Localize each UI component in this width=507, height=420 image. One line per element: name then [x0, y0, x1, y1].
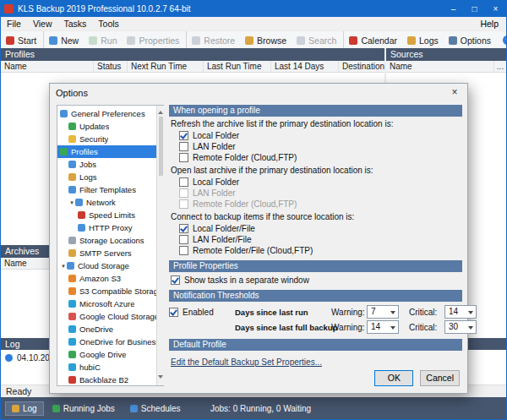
menu-item-help[interactable]: Help — [472, 19, 506, 29]
toolbar-button[interactable]: Browse — [240, 31, 292, 49]
tree-item[interactable]: Logs — [57, 171, 163, 183]
tree-item[interactable]: OneDrive for Business — [57, 335, 163, 348]
tree-item[interactable]: OneDrive — [57, 323, 163, 335]
checkbox-label: Enabled — [183, 308, 214, 317]
checkbox-row[interactable]: LAN Folder/File — [179, 234, 462, 245]
checkbox[interactable] — [179, 224, 188, 233]
tree-item[interactable]: Microsoft Azure — [57, 297, 163, 310]
help-button[interactable]: ? Help — [496, 35, 507, 46]
cancel-button[interactable]: Cancel — [420, 370, 460, 386]
toolbar-button[interactable]: Run — [84, 31, 122, 49]
tree-item-label: Network — [86, 198, 116, 207]
checkbox-row[interactable]: Local Folder — [179, 130, 462, 141]
scrollbar-thumb[interactable] — [159, 117, 163, 176]
toolbar-button[interactable]: Start — [1, 31, 41, 49]
checkbox[interactable] — [179, 199, 188, 209]
toolbar-button[interactable]: Restore — [186, 31, 240, 49]
tree-item-label: S3 Compatible Storage — [79, 286, 162, 296]
tree-expander-icon[interactable]: ▾ — [68, 199, 75, 206]
ok-button[interactable]: OK — [374, 370, 413, 386]
checkbox-row[interactable]: Remote Folder (Cloud,FTP) — [179, 152, 462, 163]
tree-item[interactable]: Speed Limits — [57, 209, 163, 221]
checkbox-row[interactable]: Remote Folder (Cloud,FTP) — [179, 199, 462, 210]
critical-days-combo[interactable]: 14 — [444, 305, 477, 319]
toolbar-button[interactable]: Logs — [402, 31, 444, 49]
checkbox[interactable] — [179, 142, 188, 151]
toolbar-button[interactable]: Search — [292, 31, 341, 49]
tree-item[interactable]: S3 Compatible Storage — [57, 285, 163, 297]
logs-icon — [407, 36, 416, 45]
default-profile-link[interactable]: Edit the Default Backup Set Properties..… — [171, 357, 322, 367]
amazon-s3-icon — [68, 275, 76, 282]
toolbar-button[interactable]: New — [43, 31, 84, 49]
bottom-tab[interactable]: Log — [5, 401, 44, 416]
column-header[interactable]: Last Run Time — [204, 61, 271, 72]
group-label: Refresh the archive list if the primary … — [171, 119, 462, 128]
tree-item[interactable]: HTTP Proxy — [57, 221, 163, 234]
scroll-down-icon[interactable] — [158, 375, 163, 381]
dialog-title: Options — [50, 88, 442, 98]
enabled-checkbox-row[interactable]: Enabled — [169, 307, 214, 318]
checkbox[interactable] — [171, 275, 180, 285]
tree-expander-icon[interactable]: ▾ — [60, 263, 67, 270]
tree-item-label: Google Cloud Storage — [79, 312, 159, 321]
close-icon[interactable]: × — [485, 1, 506, 17]
column-header[interactable]: Name — [1, 61, 94, 72]
tree-item[interactable]: Updates — [57, 120, 163, 133]
tree-item[interactable]: SMTP Servers — [57, 247, 163, 259]
checkbox-row[interactable]: Show tasks in a separate window — [171, 275, 462, 286]
menu-item[interactable]: Tasks — [58, 19, 93, 29]
column-header[interactable]: Last 14 Days — [271, 61, 339, 72]
bottom-tab[interactable]: Schedules — [123, 401, 188, 416]
checkbox[interactable] — [179, 235, 188, 244]
profiles-column-headers: Name Status Next Run Time Last Run Time … — [1, 61, 384, 73]
tree-item[interactable]: Filter Templates — [57, 183, 163, 196]
tree-item[interactable]: Backblaze B2 — [57, 374, 163, 386]
toolbar-button[interactable]: Options — [444, 31, 496, 49]
tree-item-label: OneDrive for Business — [79, 337, 160, 346]
checkbox[interactable] — [169, 308, 178, 317]
tree-item[interactable]: ▾ Cloud Storage — [57, 259, 163, 272]
warning-days-combo[interactable]: 14 — [367, 320, 399, 334]
checkbox-row[interactable]: LAN Folder — [179, 188, 462, 199]
checkbox[interactable] — [179, 153, 188, 162]
maximize-icon[interactable]: □ — [464, 1, 485, 17]
checkbox-row[interactable]: Local Folder — [179, 177, 462, 188]
column-header[interactable]: Name — [386, 61, 494, 72]
checkbox-row[interactable]: LAN Folder — [179, 141, 462, 152]
tree-item[interactable]: hubiC — [57, 361, 163, 374]
tree-item[interactable]: ▾ Network — [57, 196, 163, 209]
warning-days-combo[interactable]: 7 — [367, 305, 399, 319]
tree-item[interactable]: Google Drive — [57, 348, 163, 361]
checkbox-row[interactable]: Remote Folder/File (Cloud,FTP) — [179, 245, 462, 256]
scroll-up-icon[interactable] — [158, 108, 163, 114]
bottom-tab[interactable]: Running Jobs — [46, 401, 122, 416]
checkbox-row[interactable]: Local Folder/File — [179, 223, 462, 234]
dialog-title-bar: Options × — [50, 84, 467, 101]
checkbox[interactable] — [179, 131, 188, 140]
menu-item[interactable]: View — [27, 19, 58, 29]
column-header[interactable]: Status — [94, 61, 128, 72]
checkbox-label: Remote Folder (Cloud,FTP) — [193, 199, 297, 209]
menu-item[interactable]: File — [1, 19, 27, 29]
tree-item[interactable]: Jobs — [57, 158, 163, 171]
tree-item[interactable]: Profiles — [57, 145, 163, 158]
column-header[interactable]: Next Run Time — [128, 61, 204, 72]
minimize-icon[interactable]: – — [443, 1, 464, 17]
tree-scrollbar[interactable] — [156, 106, 164, 385]
checkbox[interactable] — [179, 246, 188, 255]
critical-days-combo[interactable]: 30 — [444, 320, 477, 334]
toolbar-button[interactable]: Calendar — [343, 31, 402, 49]
tree-item[interactable]: Security — [57, 133, 163, 145]
tree-item[interactable]: Amazon S3 — [57, 272, 163, 285]
tree-item[interactable]: General Preferences — [57, 107, 163, 120]
column-header[interactable]: Destination — [339, 61, 384, 72]
menu-item[interactable]: Tools — [92, 19, 125, 29]
checkbox[interactable] — [179, 177, 188, 187]
tree-item[interactable]: Google Cloud Storage — [57, 310, 163, 323]
toolbar-button[interactable]: Properties — [122, 31, 184, 49]
column-chooser-button[interactable]: ... — [494, 61, 506, 72]
tree-item[interactable]: Storage Locations — [57, 234, 163, 247]
checkbox[interactable] — [179, 188, 188, 198]
dialog-close-icon[interactable]: × — [442, 84, 467, 101]
